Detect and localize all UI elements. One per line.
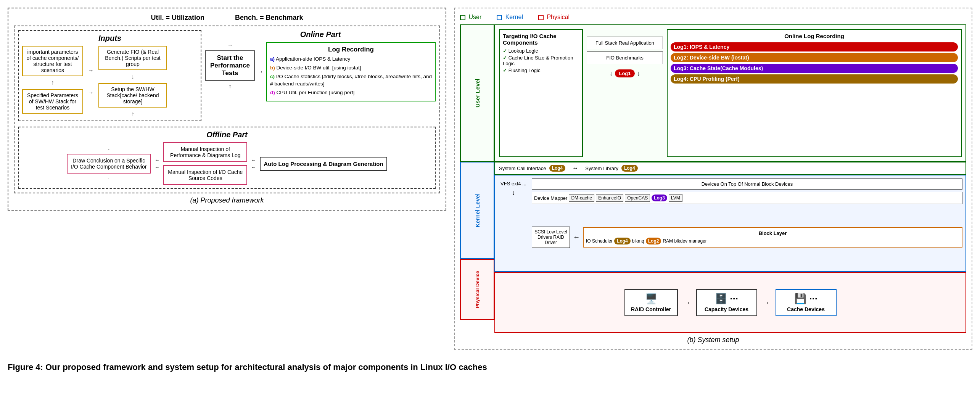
- left-caption: (a) Proposed framework: [14, 196, 440, 204]
- cache-icon: 💾 ···: [779, 293, 833, 305]
- log1-arrow-row: ↓ Log1 ↓: [587, 69, 663, 77]
- check-2: ✓ Cache Line Size & Promotion Logic: [503, 55, 579, 66]
- arrow-scsi: ←: [573, 233, 580, 241]
- olr-title: Online Log Recording: [671, 33, 958, 39]
- raid-controller-label: RAID Controller: [631, 306, 671, 312]
- input-box2: Specified Parameters of SW/HW Stack for …: [22, 89, 83, 114]
- start-tests-box: Start the Performance Tests: [205, 50, 255, 81]
- log2-block: Log2: [646, 238, 661, 244]
- user-square-icon: [460, 15, 465, 20]
- enhanceio-item: EnhanceIO: [596, 194, 623, 202]
- online-content: → Start the Performance Tests ↑ → Log Re…: [205, 42, 436, 101]
- log1-badge-user: Log1: [615, 69, 634, 77]
- syscall-text: System Call Interface: [499, 166, 546, 171]
- check-1: ✓ Lookup Logic: [503, 48, 579, 54]
- input-box3: Generate FIO (& Real Bench.) Scripts per…: [98, 46, 167, 70]
- arrow-right-3: ←: [154, 164, 159, 170]
- online-log-recording-box: Online Log Recording Log1: IOPS & Latenc…: [667, 29, 962, 157]
- blkmq-label: blkmq: [632, 238, 644, 244]
- legend-util: Util. = Utilization: [151, 14, 204, 22]
- inputs-section: Inputs important parameters of cache com…: [18, 30, 201, 121]
- arrow-up-from-offline: ↑: [229, 83, 232, 89]
- input-col-left: important parameters of cache components…: [22, 46, 83, 117]
- log-item-c: c) I/O Cache statistics [#dirty blocks, …: [270, 73, 432, 88]
- log-letter-d: d): [270, 90, 275, 95]
- auto-log-box: Auto Log Processing & Diagram Generation: [260, 157, 387, 171]
- main-container: Util. = Utilization Bench. = Benchmark I…: [8, 8, 972, 373]
- capacity-icon: 🗄️ ···: [700, 293, 753, 305]
- offline-mid-boxes: Manual Inspection of Performance & Diagr…: [163, 142, 247, 185]
- capacity-devices-label: Capacity Devices: [705, 306, 748, 312]
- check-icon-3: ✓: [503, 68, 509, 73]
- log-recording-title: Log Recording: [270, 46, 432, 53]
- physical-level-label: Physical Device: [475, 271, 480, 308]
- legend-kernel: Kernel: [497, 14, 523, 21]
- left-diagram: Util. = Utilization Bench. = Benchmark I…: [8, 8, 446, 211]
- vfs-label: VFS ext4 ...: [500, 181, 526, 187]
- fio-box: FIO Benchmarks: [587, 51, 663, 64]
- targeting-title: Targeting I/O Cache Components: [503, 33, 579, 46]
- raid-controller-box: 🖥️ RAID Controller: [624, 289, 678, 316]
- log3-badge: Log3: Cache State(Cache Modules): [671, 64, 958, 73]
- arrow-right-2: →: [88, 89, 94, 96]
- arrow-left-1: ←: [154, 157, 159, 163]
- arrow-down-2: ↓: [98, 73, 167, 80]
- right-diagram: User Kernel Physical User Level: [454, 8, 972, 350]
- offline-section: Offline Part ↓ Draw Conclusion on a Spec…: [18, 127, 436, 189]
- user-level-content: Targeting I/O Cache Components ✓ Lookup …: [494, 24, 966, 162]
- log-text-c: I/O Cache statistics [#dirty blocks, #fr…: [270, 74, 432, 87]
- check-label-2: Cache Line Size & Promotion Logic: [503, 55, 573, 66]
- check-icon-1: ✓: [503, 48, 509, 54]
- user-level-label: User Level: [474, 79, 481, 108]
- online-title: Online Part: [205, 30, 436, 39]
- ram-label: RAM blkdev manager: [663, 238, 706, 244]
- log-text-d: CPU Util. per Function [using perf]: [277, 90, 355, 95]
- check-3: ✓ Flushing Logic: [503, 68, 579, 73]
- raid-icon: 🖥️: [628, 293, 674, 305]
- vfs-box: VFS ext4 ... ↓: [498, 178, 529, 268]
- capacity-devices-box: 🗄️ ··· Capacity Devices: [696, 289, 757, 316]
- io-scheduler-label: IO Scheduler: [586, 238, 613, 244]
- check-label-3: Flushing Logic: [509, 68, 541, 73]
- legend-row: Util. = Utilization Bench. = Benchmark: [14, 14, 440, 22]
- right-caption: (b) System setup: [460, 336, 966, 344]
- arrow-down-1: ↑: [22, 79, 83, 86]
- right-legend: User Kernel Physical: [460, 14, 966, 21]
- arrow-up-2: ↑: [67, 177, 151, 182]
- syslib-text: System Library: [585, 166, 618, 171]
- physical-level-label-box: Physical Device: [460, 259, 494, 320]
- log-letter-c: c): [270, 74, 275, 79]
- input-box1: important parameters of cache components…: [22, 46, 83, 76]
- inputs-content: important parameters of cache components…: [22, 46, 198, 117]
- legend-physical: Physical: [538, 14, 570, 21]
- kernel-devices-section: Devices On Top Of Normal Block Devices D…: [532, 178, 962, 268]
- block-layer-title: Block Layer: [586, 230, 959, 236]
- arrow-from-inputs: →: [227, 42, 233, 48]
- arrow-down-log1-2: ↓: [637, 69, 640, 77]
- left-inner: Inputs important parameters of cache com…: [14, 26, 440, 193]
- manual-inspection-io-box: Manual Inspection of I/O Cache Source Co…: [163, 165, 247, 185]
- arrow-capacity-cache: →: [763, 298, 770, 307]
- start-tests-wrapper: → Start the Performance Tests ↑: [205, 42, 255, 89]
- syscall-row: System Call Interface Log4 ↔ System Libr…: [494, 162, 966, 175]
- arrow-down-vfs: ↓: [512, 189, 515, 197]
- inputs-title: Inputs: [22, 34, 198, 43]
- check-icon-2: ✓: [503, 55, 509, 61]
- level-labels-col: User Level Kernel Level Physical Device: [460, 24, 494, 333]
- cache-devices-label: Cache Devices: [787, 306, 825, 312]
- log-recording-box: Log Recording a) Application-side IOPS &…: [266, 42, 436, 101]
- arrow-up-1: ↑: [98, 111, 167, 117]
- arrow-raid-capacity: →: [683, 298, 691, 307]
- log-letter-b: b): [270, 65, 275, 71]
- log-text-a: Application-side IOPS & Latency: [276, 56, 350, 62]
- opencas-item: OpenCAS: [625, 194, 650, 202]
- legend-user: User: [460, 14, 481, 21]
- offline-content: ↓ Draw Conclusion on a Specific I/O Cach…: [22, 142, 432, 185]
- arrow-down-3: ↓: [67, 145, 151, 151]
- full-stack-box: Full Stack Real Application: [587, 37, 663, 49]
- figure-caption: Figure 4: Our proposed framework and sys…: [8, 362, 972, 373]
- log-item-d: d) CPU Util. per Function [using perf]: [270, 89, 432, 96]
- online-section: Online Part → Start the Performance Test…: [205, 30, 436, 101]
- arrows-mid: ← ←: [154, 157, 159, 170]
- kernel-level-content: VFS ext4 ... ↓ Devices On Top Of Normal …: [494, 175, 966, 272]
